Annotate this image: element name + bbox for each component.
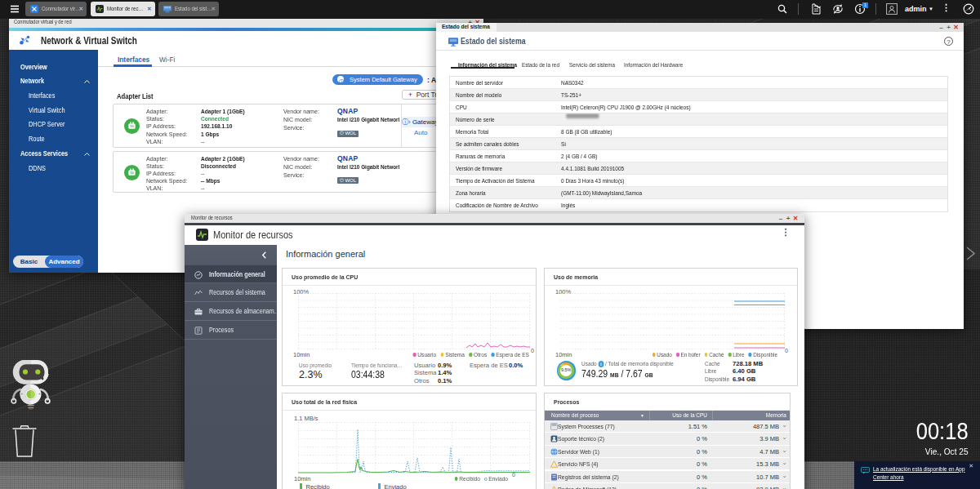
svg-text:1G: 1G: [130, 171, 134, 175]
svg-text:1G: 1G: [130, 125, 134, 128]
